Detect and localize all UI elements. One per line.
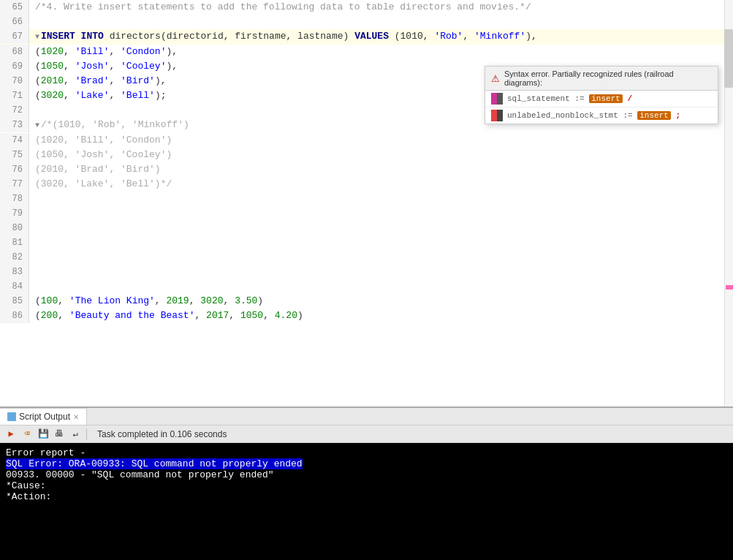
popup-row-2: unlabeled_nonblock_stmt := insert ; xyxy=(485,107,718,124)
svg-rect-3 xyxy=(497,110,503,121)
main-container: 65 /*4. Write insert statements to add t… xyxy=(0,0,733,560)
code-lines: 65 /*4. Write insert statements to add t… xyxy=(0,0,733,406)
insert-rule-icon xyxy=(491,110,503,121)
line-content-66 xyxy=(29,15,733,29)
tab-icon xyxy=(7,412,16,421)
line-80: 80 xyxy=(0,221,733,235)
line-content-80 xyxy=(29,221,733,235)
line-num-86: 86 xyxy=(0,309,29,323)
line-68: 68 (1020, 'Bill', 'Condon'), xyxy=(0,45,733,59)
line-content-78 xyxy=(29,192,733,206)
line-86: 86 (200, 'Beauty and the Beast', 2017, 1… xyxy=(0,309,733,323)
svg-rect-2 xyxy=(491,110,497,121)
line-num-82: 82 xyxy=(0,250,29,265)
line-num-74: 74 xyxy=(0,133,29,148)
line-85: 85 (100, 'The Lion King', 2019, 3020, 3.… xyxy=(0,294,733,309)
panel-tabs: Script Output ✕ xyxy=(0,408,733,425)
output-error-report: Error report - xyxy=(6,447,727,458)
task-completed-text: Task completed in 0.106 seconds xyxy=(97,429,227,439)
wrap-icon[interactable]: ↵ xyxy=(69,428,82,441)
line-65: 65 /*4. Write insert statements to add t… xyxy=(0,0,733,15)
line-num-79: 79 xyxy=(0,206,29,221)
line-content-75[interactable]: (1050, 'Josh', 'Cooley') xyxy=(29,148,733,162)
line-content-77[interactable]: (3020, 'Lake', 'Bell')*/ xyxy=(29,177,733,192)
tab-close-button[interactable]: ✕ xyxy=(73,413,79,421)
line-content-82 xyxy=(29,250,733,265)
line-82: 82 xyxy=(0,250,733,265)
fold-icon-73[interactable]: ▼ xyxy=(35,121,39,129)
line-content-65[interactable]: /*4. Write insert statements to add the … xyxy=(29,0,733,15)
line-content-68[interactable]: (1020, 'Bill', 'Condon'), xyxy=(29,45,733,59)
line-content-81 xyxy=(29,235,733,250)
popup-header: ⚠ Syntax error. Partially recognized rul… xyxy=(485,67,718,91)
bottom-panel: Script Output ✕ ▶ ⌫ 💾 🖶 ↵ Task completed… xyxy=(0,406,733,560)
line-num-85: 85 xyxy=(0,294,29,309)
clear-icon[interactable]: ⌫ xyxy=(20,428,34,441)
output-action: *Action: xyxy=(6,491,727,502)
scrollbar-thumb[interactable] xyxy=(724,29,733,88)
line-content-83 xyxy=(29,265,733,279)
line-num-65: 65 xyxy=(0,0,29,15)
line-77: 77 (3020, 'Lake', 'Bell')*/ xyxy=(0,177,733,192)
save-icon[interactable]: 💾 xyxy=(37,428,50,441)
editor-area: 65 /*4. Write insert statements to add t… xyxy=(0,0,733,406)
line-76: 76 (2010, 'Brad', 'Bird') xyxy=(0,162,733,177)
pink-scroll-marker xyxy=(726,285,733,290)
fold-icon-67[interactable]: ▼ xyxy=(35,33,39,41)
line-74: 74 (1020, 'Bill', 'Condon') xyxy=(0,133,733,148)
syntax-error-popup: ⚠ Syntax error. Partially recognized rul… xyxy=(485,66,718,124)
line-num-80: 80 xyxy=(0,221,29,235)
output-sql-error: SQL Error: ORA-00933: SQL command not pr… xyxy=(6,458,727,469)
error-icon: ⚠ xyxy=(491,73,500,84)
svg-rect-0 xyxy=(491,93,497,105)
editor-scrollbar[interactable] xyxy=(724,0,733,406)
tab-label: Script Output xyxy=(19,412,70,422)
line-78: 78 xyxy=(0,192,733,206)
line-num-68: 68 xyxy=(0,45,29,59)
output-error-detail: 00933. 00000 - "SQL command not properly… xyxy=(6,469,727,480)
line-num-84: 84 xyxy=(0,279,29,294)
line-79: 79 xyxy=(0,206,733,221)
line-num-81: 81 xyxy=(0,235,29,250)
line-num-69: 69 xyxy=(0,59,29,74)
popup-row-2-text: unlabeled_nonblock_stmt := insert ; xyxy=(507,111,680,120)
line-content-67[interactable]: ▼INSERT INTO directors(directorid, first… xyxy=(29,29,733,45)
line-num-72: 72 xyxy=(0,103,29,118)
error-highlight: SQL Error: ORA-00933: SQL command not pr… xyxy=(6,458,303,469)
line-content-79 xyxy=(29,206,733,221)
popup-row-1: sql_statement := insert / xyxy=(485,91,718,107)
line-83: 83 xyxy=(0,265,733,279)
line-content-86[interactable]: (200, 'Beauty and the Beast', 2017, 1050… xyxy=(29,309,733,323)
line-num-67: 67 xyxy=(0,29,29,44)
line-num-73: 73 xyxy=(0,118,29,132)
line-content-84 xyxy=(29,279,733,294)
sql-rule-icon xyxy=(491,93,503,105)
script-output-tab[interactable]: Script Output ✕ xyxy=(0,408,87,425)
line-num-75: 75 xyxy=(0,148,29,162)
line-num-78: 78 xyxy=(0,192,29,206)
line-num-66: 66 xyxy=(0,15,29,29)
output-cause: *Cause: xyxy=(6,480,727,491)
line-num-77: 77 xyxy=(0,177,29,192)
popup-header-text: Syntax error. Partially recognized rules… xyxy=(504,69,712,87)
line-num-71: 71 xyxy=(0,88,29,103)
line-75: 75 (1050, 'Josh', 'Cooley') xyxy=(0,148,733,162)
toolbar-divider xyxy=(86,428,87,440)
line-84: 84 xyxy=(0,279,733,294)
line-num-70: 70 xyxy=(0,74,29,88)
line-num-76: 76 xyxy=(0,162,29,177)
panel-toolbar: ▶ ⌫ 💾 🖶 ↵ Task completed in 0.106 second… xyxy=(0,425,733,443)
svg-rect-1 xyxy=(497,93,503,105)
line-81: 81 xyxy=(0,235,733,250)
line-66: 66 xyxy=(0,15,733,29)
line-num-83: 83 xyxy=(0,265,29,279)
popup-row-1-text: sql_statement := insert / xyxy=(507,94,632,103)
line-content-74[interactable]: (1020, 'Bill', 'Condon') xyxy=(29,133,733,148)
print-icon[interactable]: 🖶 xyxy=(53,428,66,441)
line-content-76[interactable]: (2010, 'Brad', 'Bird') xyxy=(29,162,733,177)
run-icon[interactable]: ▶ xyxy=(4,428,18,441)
line-67: 67 ▼INSERT INTO directors(directorid, fi… xyxy=(0,29,733,45)
output-area[interactable]: Error report - SQL Error: ORA-00933: SQL… xyxy=(0,443,733,560)
line-content-85[interactable]: (100, 'The Lion King', 2019, 3020, 3.50) xyxy=(29,294,733,309)
